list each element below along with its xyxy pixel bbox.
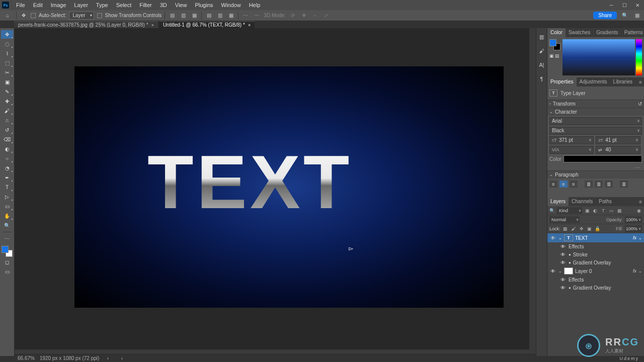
tracking-field[interactable]: ⇄40 <box>596 146 640 154</box>
shape-tool[interactable]: ▭ <box>1 202 13 211</box>
visibility-toggle[interactable]: 👁 <box>559 244 567 249</box>
history-brush-tool[interactable]: ↺ <box>1 126 13 134</box>
eraser-tool[interactable]: ⌫ <box>1 135 13 144</box>
dock-paragraph-icon[interactable]: ¶ <box>538 75 545 82</box>
fx-badge[interactable]: fx <box>633 235 636 240</box>
tab-libraries[interactable]: Libraries <box>610 77 635 86</box>
filter-type-icon[interactable]: T <box>600 208 606 214</box>
effect-row[interactable]: 👁 ● Stroke <box>547 250 644 258</box>
zoom-readout[interactable]: 66.67% <box>18 355 35 361</box>
section-character[interactable]: ⌄Character <box>547 108 644 116</box>
close-tab-icon[interactable]: × <box>151 23 154 28</box>
blur-tool[interactable]: ○ <box>1 154 13 163</box>
font-size-field[interactable]: тТ371 pt <box>549 136 594 144</box>
leading-field[interactable]: ⮂41 pt <box>596 136 640 144</box>
object-select-tool[interactable]: ⬚ <box>1 59 13 67</box>
layer-row[interactable]: 👁 ⌄ Layer 0 fx ⌄ <box>547 266 644 276</box>
menu-filter[interactable]: Filter <box>135 0 155 10</box>
menu-edit[interactable]: Edit <box>29 0 47 10</box>
layer-thumb-type[interactable]: T <box>564 234 573 241</box>
tab-channels[interactable]: Channels <box>569 197 596 206</box>
auto-select-target-dropdown[interactable]: Layer <box>69 12 94 20</box>
doc-info-readout[interactable]: 1920 px x 1080 px (72 ppi) <box>40 355 99 361</box>
lock-pixels-icon[interactable]: 🖌 <box>571 226 577 232</box>
align-top-icon[interactable]: ▤ <box>205 12 213 20</box>
fx-caret[interactable]: ⌄ <box>638 269 642 274</box>
filter-toggle[interactable]: ◉ <box>636 208 642 214</box>
menu-file[interactable]: File <box>12 0 29 10</box>
foreground-color[interactable] <box>2 246 9 253</box>
window-close[interactable]: ✕ <box>631 0 644 10</box>
lasso-tool[interactable]: ⌇ <box>1 49 13 58</box>
timeline-arrow-icon[interactable]: ‹ <box>118 355 125 361</box>
effect-row[interactable]: 👁 ● Gradient Overlay <box>547 258 644 266</box>
eyedropper-tool[interactable]: ✎ <box>1 87 13 96</box>
menu-help[interactable]: Help <box>245 0 265 10</box>
menu-view[interactable]: View <box>171 0 191 10</box>
text-color-swatch[interactable] <box>564 155 642 162</box>
align-left-button[interactable]: ≡ <box>549 180 557 188</box>
blend-mode-dropdown[interactable]: Normal <box>549 216 580 223</box>
opacity-field[interactable]: 100% <box>625 216 642 223</box>
more-align-icon[interactable]: ⋯ <box>253 12 261 20</box>
layer-row[interactable]: 👁 ⌄ T TEXT fx ⌄ <box>547 233 644 242</box>
menu-plugins[interactable]: Plugins <box>191 0 217 10</box>
share-button[interactable]: Share <box>593 12 617 19</box>
align-bottom-icon[interactable]: ▦ <box>227 12 235 20</box>
scrollbar-vertical[interactable] <box>529 28 536 356</box>
workspace-icon[interactable]: ▦ <box>633 12 641 20</box>
expand-caret[interactable]: ⌄ <box>558 269 562 274</box>
section-transform[interactable]: ›Transform ↺ <box>547 100 644 108</box>
edit-toolbar[interactable]: ⋯ <box>1 234 13 243</box>
panel-menu-icon[interactable]: ≡ <box>637 199 644 205</box>
distribute-icon[interactable]: ⋯ <box>242 12 250 20</box>
cube-icon[interactable]: ▤ <box>555 53 559 58</box>
menu-window[interactable]: Window <box>217 0 245 10</box>
gradient-tool[interactable]: ◐ <box>1 145 13 153</box>
tab-gradients[interactable]: Gradients <box>593 28 621 37</box>
path-select-tool[interactable]: ▷ <box>1 193 13 201</box>
window-minimize[interactable]: ─ <box>605 0 618 10</box>
document-canvas[interactable]: TEXT TEXT ▻ <box>74 66 504 308</box>
visibility-toggle[interactable]: 👁 <box>559 277 567 283</box>
lock-position-icon[interactable]: ✥ <box>579 226 585 232</box>
filter-shape-icon[interactable]: ▭ <box>608 208 614 214</box>
menu-select[interactable]: Select <box>112 0 136 10</box>
font-family-dropdown[interactable]: Arial <box>549 117 642 125</box>
document-tab[interactable]: pexels-frank-cone-3637875.jpg @ 25% (Lay… <box>14 21 158 28</box>
color-picker-field[interactable] <box>562 39 635 75</box>
doc-info-menu-icon[interactable]: › <box>104 355 111 361</box>
cube-icon[interactable]: ▣ <box>549 53 554 58</box>
quick-mask-toggle[interactable]: ◻ <box>1 258 13 266</box>
type-tool[interactable]: T <box>1 183 13 192</box>
visibility-toggle[interactable]: 👁 <box>549 235 556 241</box>
dock-character-icon[interactable]: A| <box>538 61 545 68</box>
tab-adjustments[interactable]: Adjustments <box>577 77 610 86</box>
close-tab-icon[interactable]: × <box>248 23 251 28</box>
dock-brushes-icon[interactable]: 🖌 <box>538 47 545 54</box>
crop-tool[interactable]: ✂ <box>1 68 13 77</box>
visibility-toggle[interactable]: 👁 <box>559 285 567 291</box>
menu-type[interactable]: Type <box>92 0 112 10</box>
search-icon[interactable]: 🔍 <box>621 12 629 20</box>
align-center-h-icon[interactable]: ▥ <box>179 12 187 20</box>
filter-image-icon[interactable]: ▣ <box>584 208 590 214</box>
effects-header[interactable]: 👁 Effects <box>547 276 644 284</box>
layer-name[interactable]: Layer 0 <box>575 268 592 274</box>
window-maximize[interactable]: ☐ <box>618 0 631 10</box>
justify-all-button[interactable]: ≣ <box>620 180 628 188</box>
reset-icon[interactable]: ↺ <box>638 101 642 107</box>
effect-row[interactable]: 👁 ● Gradient Overlay <box>547 284 644 292</box>
layer-name[interactable]: TEXT <box>575 235 588 241</box>
panel-menu-icon[interactable]: ≡ <box>637 79 644 85</box>
hue-slider[interactable] <box>636 39 642 75</box>
section-paragraph[interactable]: ⌄Paragraph <box>547 170 644 178</box>
dock-histogram-icon[interactable]: ▥ <box>538 33 545 40</box>
stamp-tool[interactable]: ⎍ <box>1 116 13 125</box>
menu-image[interactable]: Image <box>47 0 70 10</box>
align-right-button[interactable]: ≡ <box>570 180 578 188</box>
justify-right-button[interactable]: ≣ <box>605 180 613 188</box>
canvas-viewport[interactable]: TEXT TEXT ▻ <box>15 28 536 356</box>
auto-select-checkbox[interactable] <box>31 13 36 18</box>
tab-properties[interactable]: Properties <box>547 77 577 86</box>
